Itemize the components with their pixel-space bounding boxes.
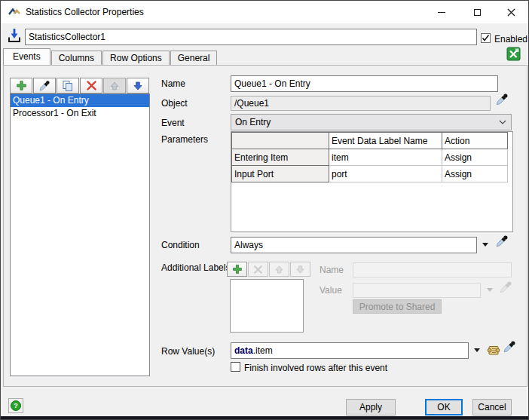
minimize-icon (438, 12, 445, 13)
app-icon (8, 6, 20, 18)
maximize-icon (474, 9, 481, 16)
window-bottom-edge (1, 416, 528, 420)
minimize-button[interactable] (424, 1, 459, 23)
enabled-label: Enabled (494, 34, 527, 44)
window-title: Statistics Collector Properties (26, 7, 144, 17)
apply-button[interactable]: Apply (346, 399, 396, 415)
svg-text:?: ? (14, 401, 18, 409)
close-icon (507, 8, 515, 17)
collector-name-input[interactable] (25, 29, 477, 45)
tab-general[interactable]: General (170, 51, 218, 65)
tab-strip: Events Columns Row Options General (3, 48, 218, 65)
cancel-button[interactable]: Cancel (472, 399, 512, 415)
export-to-excel-button[interactable] (506, 47, 521, 61)
ok-button[interactable]: OK (425, 399, 463, 415)
tab-events[interactable]: Events (3, 48, 50, 65)
help-icon: ? (10, 400, 22, 412)
tab-row-options[interactable]: Row Options (102, 51, 170, 65)
tab-columns[interactable]: Columns (51, 51, 102, 65)
help-button[interactable]: ? (8, 398, 23, 413)
statistics-collector-properties-window: Statistics Collector Properties Enabled (0, 0, 529, 420)
excel-icon (506, 47, 521, 61)
check-icon (482, 34, 490, 42)
enabled-checkbox[interactable] (481, 33, 491, 43)
maximize-button[interactable] (460, 1, 494, 23)
title-bar: Statistics Collector Properties (1, 1, 528, 23)
events-tab-page (3, 65, 527, 387)
drop-into-object-icon[interactable] (7, 27, 22, 44)
close-button[interactable] (494, 1, 528, 23)
